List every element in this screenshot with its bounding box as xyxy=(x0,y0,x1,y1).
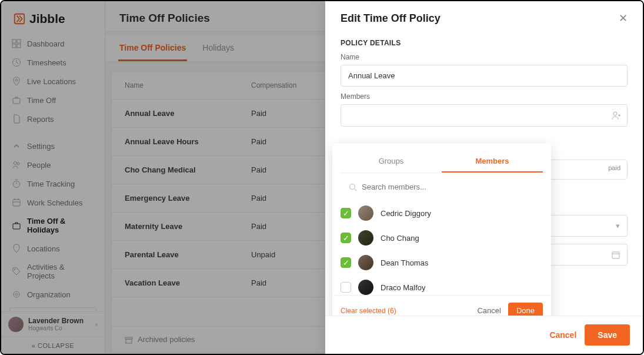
policy-name-input[interactable] xyxy=(341,65,628,87)
svg-rect-20 xyxy=(612,252,619,258)
member-name: Cedric Diggory xyxy=(381,209,431,218)
member-name: Cho Chang xyxy=(381,234,419,243)
clear-selected[interactable]: Clear selected (6) xyxy=(341,307,396,315)
member-name: Dean Thomas xyxy=(381,258,428,267)
name-label: Name xyxy=(341,53,628,61)
cancel-button[interactable]: Cancel xyxy=(549,330,576,340)
checkbox-checked[interactable]: ✓ xyxy=(341,208,351,218)
svg-point-21 xyxy=(350,184,355,189)
avatar xyxy=(358,205,373,221)
section-policy-details: POLICY DETAILS xyxy=(341,39,628,47)
avatar xyxy=(358,280,373,295)
avatar xyxy=(358,255,373,270)
member-row[interactable]: ✓ Cho Chang xyxy=(341,225,543,250)
members-list: ✓ Cedric Diggory ✓ Cho Chang ✓ Dean Thom… xyxy=(332,201,551,295)
member-row[interactable]: ✓ Cedric Diggory xyxy=(341,201,543,225)
member-row[interactable]: ✓ Dean Thomas xyxy=(341,250,543,275)
edit-policy-panel: Edit Time Off Policy ✕ POLICY DETAILS Na… xyxy=(325,1,643,354)
popover-tab-members[interactable]: Members xyxy=(442,151,543,172)
popover-done-button[interactable]: Done xyxy=(508,303,543,316)
members-popover: Groups Members ✓ Cedric Diggory ✓ xyxy=(332,144,551,316)
member-name: Draco Malfoy xyxy=(381,283,426,292)
checkbox[interactable] xyxy=(341,282,351,293)
popover-cancel[interactable]: Cancel xyxy=(477,306,500,315)
avatar xyxy=(358,230,373,245)
add-person-icon[interactable] xyxy=(611,110,622,121)
search-members-input[interactable] xyxy=(362,183,535,191)
paid-chip: paid xyxy=(608,164,620,171)
chevron-down-icon: ▾ xyxy=(616,221,620,230)
popover-tab-groups[interactable]: Groups xyxy=(341,151,442,172)
checkbox-checked[interactable]: ✓ xyxy=(341,233,351,243)
calendar-icon xyxy=(612,251,620,259)
save-button[interactable]: Save xyxy=(585,324,630,346)
members-input[interactable] xyxy=(341,104,628,127)
checkbox-checked[interactable]: ✓ xyxy=(341,257,351,268)
close-icon[interactable]: ✕ xyxy=(619,12,628,25)
member-row[interactable]: Draco Malfoy xyxy=(341,275,543,295)
svg-point-19 xyxy=(613,112,617,115)
members-label: Members xyxy=(341,92,628,101)
panel-title: Edit Time Off Policy xyxy=(341,12,441,25)
search-icon xyxy=(349,183,357,191)
